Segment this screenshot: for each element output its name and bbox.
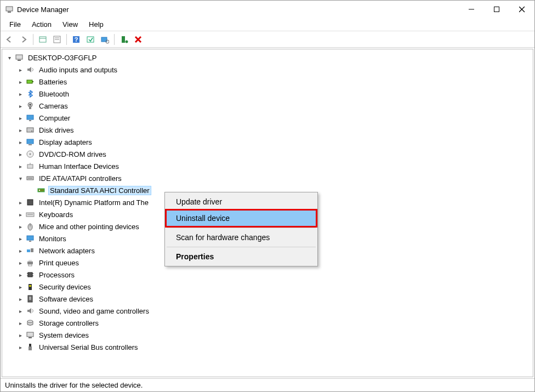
tree-item-label: Keyboards	[37, 210, 75, 219]
ctx-uninstall-device[interactable]: Uninstall device	[166, 210, 316, 226]
device-category-icon	[25, 126, 35, 134]
tree-item[interactable]: ▸ DVD/CD-ROM drives	[16, 148, 530, 160]
tree-item[interactable]: ▸ Processors	[16, 269, 530, 281]
tree-root-item[interactable]: ▾ DESKTOP-O3FGFLP	[5, 52, 530, 64]
svg-rect-40	[39, 190, 40, 191]
expander-icon[interactable]: ▸	[16, 343, 24, 351]
svg-rect-21	[18, 60, 21, 61]
tree-item-label: Processors	[37, 270, 76, 280]
expander-icon[interactable]: ▸	[16, 66, 24, 73]
tree-item[interactable]: ▸ Sound, video and game controllers	[16, 305, 530, 317]
tree-item[interactable]: ▾ IDE ATA/ATAPI controllers	[16, 172, 530, 184]
toolbar-separator	[114, 34, 115, 45]
expander-icon[interactable]: ▸	[16, 126, 24, 134]
device-category-icon	[25, 65, 35, 74]
svg-rect-0	[6, 7, 13, 11]
expander-icon[interactable]: ▸	[16, 235, 24, 242]
expander-icon[interactable]: ▾	[5, 54, 13, 61]
ctx-scan-hardware[interactable]: Scan for hardware changes	[166, 229, 316, 246]
expander-icon[interactable]: ▸	[16, 198, 24, 206]
tree-item[interactable]: ▸ Universal Serial Bus controllers	[16, 341, 530, 353]
device-category-icon	[25, 89, 35, 98]
tree-item[interactable]: ▸ Bluetooth	[16, 88, 530, 100]
svg-rect-59	[29, 285, 31, 287]
svg-rect-52	[29, 264, 32, 266]
svg-rect-16	[122, 36, 125, 43]
close-button[interactable]	[509, 1, 534, 18]
svg-rect-39	[38, 189, 44, 192]
device-category-icon	[25, 198, 35, 207]
expander-icon[interactable]: ▸	[16, 283, 24, 291]
tree-item[interactable]: ▸ Security devices	[16, 281, 530, 293]
tree-item[interactable]: ▸ Disk drives	[16, 124, 530, 136]
expander-icon[interactable]: ▾	[16, 174, 24, 182]
menu-view[interactable]: View	[57, 19, 83, 30]
tree-item-label: Mice and other pointing devices	[37, 222, 141, 231]
scan-hardware-button[interactable]	[98, 33, 111, 46]
expander-icon[interactable]: ▸	[16, 307, 24, 315]
svg-rect-66	[29, 346, 32, 350]
properties-button[interactable]	[50, 33, 64, 46]
svg-rect-20	[16, 55, 22, 59]
uninstall-button[interactable]	[132, 33, 145, 46]
tree-item[interactable]: ▸ Audio inputs and outputs	[16, 64, 530, 76]
status-text: Uninstalls the driver for the selected d…	[5, 381, 143, 389]
root-label: DESKTOP-O3FGFLP	[26, 53, 98, 63]
tree-item[interactable]: ▸ Computer	[16, 112, 530, 124]
svg-rect-61	[29, 297, 31, 300]
tree-item[interactable]: ▸ Software devices	[16, 293, 530, 305]
expander-icon[interactable]: ▸	[16, 150, 24, 158]
expander-icon[interactable]: ▸	[16, 259, 24, 266]
computer-icon	[14, 53, 24, 62]
expander-icon[interactable]: ▸	[16, 211, 24, 218]
back-button[interactable]	[3, 33, 16, 46]
ctx-properties[interactable]: Properties	[166, 248, 316, 265]
ctx-separator	[167, 247, 316, 247]
expander-icon[interactable]: ▸	[16, 247, 24, 254]
svg-point-25	[30, 104, 31, 106]
tree-item[interactable]: ▸ Human Interface Devices	[16, 160, 530, 172]
tree-item-label: Security devices	[37, 282, 93, 292]
toolbar-separator	[33, 34, 33, 45]
action-button[interactable]	[84, 33, 97, 46]
expander-icon[interactable]: ▸	[16, 223, 24, 230]
menu-file[interactable]: File	[4, 19, 26, 30]
tree-item-label: Network adapters	[37, 246, 96, 255]
tree-item[interactable]: ▸ Batteries	[16, 76, 530, 88]
context-menu: Update driver Uninstall device Scan for …	[164, 192, 318, 266]
expander-icon[interactable]: ▸	[16, 114, 24, 122]
toolbar-separator	[66, 34, 67, 45]
title-bar: Device Manager	[1, 1, 534, 18]
tree-item[interactable]: ▸ Cameras	[16, 100, 530, 112]
forward-button[interactable]	[17, 33, 30, 46]
tree-item[interactable]: ▸ System devices	[16, 329, 530, 341]
expander-spacer	[27, 186, 35, 194]
window-title: Device Manager	[17, 5, 69, 14]
add-legacy-button[interactable]	[117, 33, 130, 46]
toolbar: ?	[1, 31, 534, 48]
svg-rect-23	[32, 81, 33, 82]
menu-action[interactable]: Action	[26, 19, 57, 30]
expander-icon[interactable]: ▸	[16, 78, 24, 86]
expander-icon[interactable]: ▸	[16, 90, 24, 98]
device-category-icon	[25, 258, 35, 267]
maximize-button[interactable]	[484, 1, 509, 18]
expander-icon[interactable]: ▸	[16, 162, 24, 170]
expander-icon[interactable]: ▸	[16, 319, 24, 327]
minimize-button[interactable]	[459, 1, 484, 18]
menu-help[interactable]: Help	[83, 19, 109, 30]
expander-icon[interactable]: ▸	[16, 295, 24, 303]
expander-icon[interactable]: ▸	[16, 331, 24, 339]
tree-item[interactable]: ▸ Storage controllers	[16, 317, 530, 329]
expander-icon[interactable]: ▸	[16, 138, 24, 146]
expander-icon[interactable]: ▸	[16, 102, 24, 110]
tree-item[interactable]: ▸ Display adapters	[16, 136, 530, 148]
ctx-update-driver[interactable]: Update driver	[166, 194, 316, 210]
svg-rect-31	[27, 139, 33, 144]
tree-item-label: Intel(R) Dynamic Platform and The	[37, 198, 150, 207]
svg-rect-41	[27, 200, 33, 205]
help-button[interactable]: ?	[70, 33, 83, 46]
expander-icon[interactable]: ▸	[16, 271, 24, 279]
show-hide-console-button[interactable]	[36, 33, 49, 46]
svg-rect-49	[31, 248, 33, 252]
